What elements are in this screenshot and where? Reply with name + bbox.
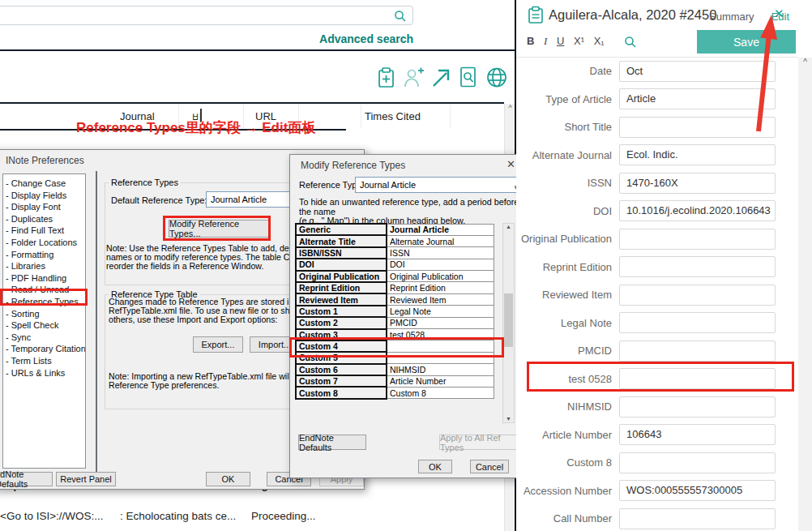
field-input[interactable]: WOS:000555557300005 <box>619 480 776 501</box>
field-mapping-row[interactable]: ISBN/ISSN ISSN <box>296 247 494 259</box>
field-mapping-row[interactable]: Custom 8 Custom 8 <box>296 387 494 398</box>
preferences-sidebar-item[interactable]: Display Fields <box>3 190 85 202</box>
preferences-sidebar-item[interactable]: Change Case <box>3 178 85 190</box>
field-input[interactable]: 10.1016/j.ecolind.2020.106643 <box>619 200 776 221</box>
field-input[interactable]: 106643 <box>619 424 776 445</box>
superscript-button[interactable]: X¹ <box>574 35 584 47</box>
ref-type-select[interactable]: Journal Article ▾ <box>355 177 522 193</box>
italic-button[interactable]: I <box>544 35 547 48</box>
subscript-button[interactable]: X₁ <box>594 35 605 47</box>
field-input[interactable] <box>619 508 776 529</box>
field-mapping-row[interactable]: Generic Journal Article <box>296 224 494 235</box>
preferences-sidebar-item[interactable]: PDF Handling <box>3 272 85 285</box>
type-field-cell[interactable]: Article Number <box>387 375 494 387</box>
type-field-cell[interactable]: Alternate Journal <box>387 235 494 246</box>
online-search-icon[interactable] <box>485 66 508 89</box>
field-input[interactable] <box>619 396 776 418</box>
preferences-sidebar-item[interactable]: URLs & Links <box>3 367 85 379</box>
generic-field-cell[interactable]: DOI <box>296 259 387 270</box>
generic-field-cell[interactable]: ISBN/ISSN <box>296 247 387 259</box>
search-icon[interactable] <box>624 36 637 49</box>
preferences-sidebar-item[interactable]: Find Full Text <box>3 225 85 237</box>
generic-field-cell[interactable]: Reprint Edition <box>296 282 387 293</box>
generic-field-cell[interactable]: Reviewed Item <box>296 293 387 305</box>
field-mapping-row[interactable]: Custom 2 PMCID <box>296 317 494 328</box>
reference-icon <box>528 6 545 24</box>
generic-field-cell[interactable]: Custom 8 <box>296 387 387 398</box>
export-button[interactable]: Export... <box>193 336 243 353</box>
find-fulltext-icon[interactable] <box>458 66 481 89</box>
field-input[interactable]: 1470-160X <box>619 173 776 194</box>
underline-button[interactable]: U <box>557 35 564 47</box>
preferences-sidebar-item[interactable]: Folder Locations <box>3 237 85 249</box>
type-field-cell[interactable]: Original Publication <box>387 271 494 282</box>
type-field-cell[interactable]: Legal Note <box>387 306 494 317</box>
field-input[interactable] <box>619 312 776 333</box>
preferences-sidebar-item[interactable]: Display Font <box>3 201 85 213</box>
endnote-defaults-button[interactable]: EndNote Defaults <box>298 435 366 450</box>
generic-field-cell[interactable]: Custom 2 <box>296 317 387 328</box>
preferences-sidebar-item[interactable]: Formatting <box>3 249 85 261</box>
preferences-sidebar-item[interactable]: Spell Check <box>3 319 85 332</box>
apply-to-all-ref-types-button[interactable]: Apply to All Ref Types <box>439 435 522 450</box>
table-scrollbar[interactable]: ▲ ▼ <box>502 223 515 423</box>
field-mapping-row[interactable]: Reviewed Item Reviewed Item <box>296 293 494 305</box>
field-mapping-row[interactable]: Custom 1 Legal Note <box>296 306 494 317</box>
preferences-sidebar-item[interactable]: Temporary Citations <box>3 343 85 355</box>
field-input[interactable] <box>619 340 776 362</box>
field-mapping-row[interactable]: DOI DOI <box>296 259 494 270</box>
generic-field-cell[interactable]: Custom 7 <box>296 375 387 387</box>
column-header-times-cited[interactable]: Times Cited <box>365 110 421 122</box>
field-input[interactable] <box>619 285 776 306</box>
type-field-cell[interactable]: Reviewed Item <box>387 293 494 305</box>
annotation-arrow <box>741 13 798 139</box>
advanced-search-link[interactable]: Advanced search <box>316 32 413 45</box>
type-field-cell[interactable]: PMCID <box>387 317 494 328</box>
ok-button[interactable]: OK <box>418 460 452 473</box>
field-input[interactable] <box>619 452 776 473</box>
cancel-button[interactable]: Cancel <box>470 460 509 473</box>
type-field-cell[interactable]: DOI <box>387 259 494 270</box>
type-field-cell[interactable]: NIHMSID <box>387 364 494 375</box>
field-mapping-row[interactable]: Reprint Edition Reprint Edition <box>296 282 494 293</box>
type-field-cell[interactable]: Reprint Edition <box>387 282 494 293</box>
generic-field-cell[interactable]: Alternate Title <box>296 235 387 246</box>
generic-field-cell[interactable]: Original Publication <box>296 271 387 282</box>
field-mapping-row[interactable]: Custom 6 NIHMSID <box>296 364 494 375</box>
type-field-cell[interactable]: Journal Article <box>387 224 494 235</box>
generic-field-cell[interactable]: Custom 1 <box>296 306 387 317</box>
field-input[interactable] <box>619 229 776 250</box>
bold-button[interactable]: B <box>527 35 534 47</box>
scrollbar-down-arrow[interactable]: ▼ <box>503 416 514 422</box>
preferences-sidebar-item[interactable]: Duplicates <box>3 213 85 225</box>
ok-button[interactable]: OK <box>206 472 250 486</box>
preferences-sidebar-item[interactable]: Term Lists <box>3 355 85 367</box>
generic-field-cell[interactable]: Custom 6 <box>296 364 387 375</box>
endnote-defaults-button[interactable]: ndNote Defaults <box>0 472 53 486</box>
preferences-sidebar-item[interactable]: Sync <box>3 332 85 344</box>
type-field-cell[interactable]: Custom 8 <box>387 387 494 398</box>
field-input[interactable]: Ecol. Indic. <box>619 144 776 165</box>
preferences-sidebar-item[interactable]: Sorting <box>3 308 85 320</box>
revert-panel-button[interactable]: Revert Panel <box>56 472 116 486</box>
scrollbar-thumb[interactable] <box>504 293 513 347</box>
add-reference-icon[interactable] <box>375 66 398 89</box>
field-mapping-row[interactable]: Original Publication Original Publicatio… <box>296 271 494 282</box>
share-icon[interactable] <box>430 66 453 89</box>
search-input[interactable] <box>0 6 413 25</box>
type-field-cell[interactable]: ISSN <box>387 247 494 259</box>
preferences-sidebar-item[interactable]: Libraries <box>3 260 85 272</box>
field-label: PMCID <box>516 345 619 357</box>
add-author-icon[interactable] <box>403 66 425 89</box>
row-cell: <Go to ISI>://WOS:... <box>0 510 104 522</box>
library-row[interactable]: : Echolocating bats ce...Proceeding...<G… <box>0 510 511 526</box>
ref-type-value: Journal Article <box>360 180 416 190</box>
panel-scrollbar[interactable]: ^ <box>798 58 812 531</box>
field-input[interactable] <box>619 256 776 277</box>
highlight-box-reference-types-item <box>0 289 88 306</box>
field-mapping-row[interactable]: Alternate Title Alternate Journal <box>296 235 494 246</box>
app-window: Advanced search <box>0 0 812 531</box>
generic-field-cell[interactable]: Generic <box>296 224 387 235</box>
field-mapping-row[interactable]: Custom 7 Article Number <box>296 375 494 387</box>
close-icon[interactable]: ✕ <box>506 158 515 170</box>
